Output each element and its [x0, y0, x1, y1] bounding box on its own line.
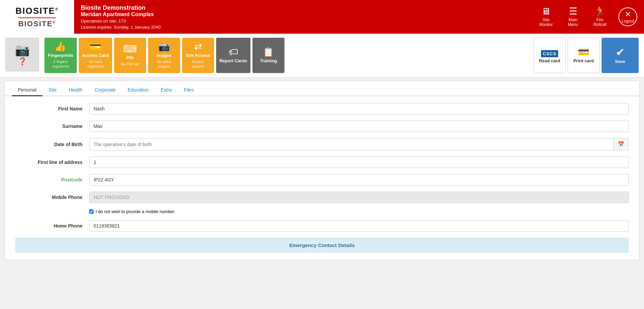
mobile-phone-label: Mobile Phone: [15, 195, 89, 200]
company-name: Biosite Demonstration: [81, 4, 524, 11]
fingerprints-sub: 2 fingersregistered: [52, 59, 69, 69]
tab-extra[interactable]: Extra: [155, 84, 178, 96]
logo-top: BIOSITE®: [15, 6, 59, 16]
emergency-contact-section: Emergency Contact Details: [15, 238, 629, 253]
fire-rollcall-button[interactable]: 🏃 FireRollcall: [588, 5, 612, 29]
tab-files[interactable]: Files: [178, 84, 200, 96]
header-nav: 🖥 SiteMonitor ☰ MainMenu 🏃 FireRollcall …: [531, 0, 644, 34]
fingerprints-icon: 👍: [55, 42, 66, 52]
site-access-sub: Accessexpired: [192, 59, 204, 69]
site-access-label: Site Access: [186, 53, 210, 58]
pin-button[interactable]: ⌨ PIN No PIN set: [114, 38, 146, 73]
form-area: First Name Surname Date of Birth 📅 First…: [5, 96, 639, 260]
home-phone-label: Home Phone: [15, 223, 89, 229]
mobile-phone-row: Mobile Phone: [15, 192, 629, 203]
tab-site[interactable]: Site: [42, 84, 63, 96]
surname-label: Surname: [15, 124, 89, 129]
images-sub: No extraimages: [157, 59, 171, 69]
access-card-label: Access Card: [82, 53, 109, 58]
postcode-input[interactable]: [89, 174, 629, 185]
surname-input[interactable]: [89, 121, 629, 132]
access-card-icon: 💳: [90, 42, 101, 52]
site-monitor-button[interactable]: 🖥 SiteMonitor: [534, 5, 558, 29]
fingerprints-label: Fingerprints: [48, 53, 73, 58]
logout-button[interactable]: ✕ Logout: [615, 6, 641, 28]
tab-health[interactable]: Health: [63, 84, 88, 96]
report-cards-label: Report Cards: [219, 58, 247, 63]
no-mobile-label: I do not wish to provide a mobile number…: [96, 209, 175, 214]
read-card-icon: CSCS: [541, 47, 558, 57]
logo-bottom: BIOSITE®: [18, 18, 56, 28]
pin-label: PIN: [126, 55, 134, 60]
address-label: First line of address: [15, 160, 89, 165]
postcode-row: Postcode: [15, 174, 629, 185]
fire-rollcall-label: FireRollcall: [594, 18, 607, 27]
training-icon: 📋: [263, 47, 274, 57]
print-card-label: Print card: [573, 58, 594, 63]
address-row: First line of address: [15, 157, 629, 168]
photo-question: ❓: [18, 57, 27, 66]
tabs: Personal Site Health Corporate Education…: [5, 81, 639, 96]
main-menu-button[interactable]: ☰ MainMenu: [561, 5, 585, 29]
licence-expiry: Licence expires: Sunday, 1 January 2040: [81, 25, 524, 30]
no-mobile-checkbox-row: I do not wish to provide a mobile number…: [89, 209, 629, 214]
pin-icon: ⌨: [123, 44, 137, 54]
photo-icon: 📷: [15, 43, 30, 57]
report-cards-icon: 🏷: [229, 47, 238, 57]
main-menu-label: MainMenu: [568, 18, 578, 27]
dob-calendar-button[interactable]: 📅: [614, 138, 629, 150]
tab-education[interactable]: Education: [122, 84, 155, 96]
report-cards-button[interactable]: 🏷 Report Cards: [216, 38, 250, 73]
mobile-phone-input: [89, 192, 629, 203]
training-button[interactable]: 📋 Training: [252, 38, 284, 73]
logout-icon: ✕: [625, 10, 631, 19]
surname-row: Surname: [15, 121, 629, 132]
main-menu-icon: ☰: [569, 7, 577, 16]
tab-personal[interactable]: Personal: [12, 84, 42, 96]
site-name: Meridan Apartment Complex: [81, 11, 524, 18]
site-access-button[interactable]: ⇄ Site Access Accessexpired: [182, 38, 214, 73]
save-label: Save: [615, 59, 625, 64]
site-monitor-label: SiteMonitor: [539, 18, 553, 27]
no-mobile-checkbox[interactable]: [89, 209, 94, 214]
access-card-button[interactable]: 💳 Access Card No cardregistered: [79, 38, 112, 73]
fingerprints-button[interactable]: 👍 Fingerprints 2 fingersregistered: [44, 38, 77, 73]
read-card-label: Read card: [539, 58, 560, 63]
dob-row: Date of Birth 📅: [15, 138, 629, 150]
print-card-button[interactable]: 💳 Print card: [568, 38, 600, 73]
header-info: Biosite Demonstration Meridan Apartment …: [74, 0, 531, 34]
first-name-row: First Name: [15, 103, 629, 114]
postcode-label: Postcode: [15, 177, 89, 182]
first-name-input[interactable]: [89, 103, 629, 114]
pin-sub: No PIN set: [121, 62, 139, 66]
print-card-icon: 💳: [578, 47, 589, 57]
save-icon: ✔: [616, 47, 625, 58]
dob-label: Date of Birth: [15, 142, 89, 147]
operative-photo[interactable]: 📷 ❓: [5, 38, 39, 71]
toolbar: 📷 ❓ 👍 Fingerprints 2 fingersregistered 💳…: [0, 34, 644, 77]
tab-corporate[interactable]: Corporate: [89, 84, 122, 96]
read-card-button[interactable]: CSCS Read card: [534, 38, 566, 73]
main-content: Personal Site Health Corporate Education…: [5, 81, 639, 260]
site-monitor-icon: 🖥: [541, 7, 551, 16]
home-phone-input[interactable]: [89, 220, 629, 232]
home-phone-row: Home Phone: [15, 220, 629, 232]
address-input[interactable]: [89, 157, 629, 168]
site-access-icon: ⇄: [194, 42, 202, 52]
images-icon: 📷: [158, 42, 170, 52]
training-label: Training: [260, 58, 277, 63]
fire-rollcall-icon: 🏃: [594, 7, 606, 16]
first-name-label: First Name: [15, 106, 89, 111]
logo: BIOSITE® BIOSITE®: [0, 0, 74, 34]
save-button[interactable]: ✔ Save: [602, 38, 639, 73]
logout-label: Logout: [622, 19, 634, 24]
images-button[interactable]: 📷 Images No extraimages: [148, 38, 180, 73]
images-label: Images: [157, 53, 172, 58]
dob-input[interactable]: [89, 138, 614, 150]
dob-field-wrapper: 📅: [89, 138, 629, 150]
emergency-contact-title: Emergency Contact Details: [22, 242, 622, 248]
access-card-sub: No cardregistered: [87, 59, 104, 69]
operatives-count: Operatives on site: 173: [81, 19, 524, 24]
header: BIOSITE® BIOSITE® Biosite Demonstration …: [0, 0, 644, 34]
